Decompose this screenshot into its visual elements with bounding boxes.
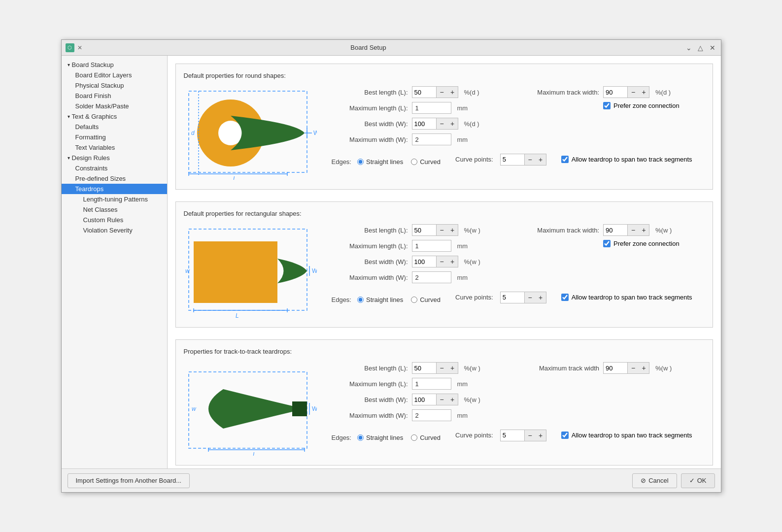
round-curve-input[interactable]	[500, 154, 525, 166]
sidebar-item-board-editor-layers[interactable]: Board Editor Layers	[62, 70, 167, 80]
track-allow-teardrop-checkbox[interactable]	[561, 432, 569, 439]
track-straight-radio[interactable]	[357, 434, 364, 441]
rect-best-width-input[interactable]	[412, 256, 437, 267]
sidebar-item-custom-rules[interactable]: Custom Rules	[62, 215, 167, 225]
rect-best-width-plus[interactable]: +	[447, 256, 458, 267]
round-best-length-plus[interactable]: +	[447, 86, 458, 98]
round-prefer-zone-check-row[interactable]: Prefer zone connection	[603, 102, 680, 109]
sidebar-item-board-finish[interactable]: Board Finish	[62, 91, 167, 101]
rect-best-length-input[interactable]	[412, 224, 437, 236]
round-best-width-spin[interactable]: − +	[412, 118, 458, 130]
rect-curved-radio[interactable]	[411, 297, 417, 303]
round-best-length-input[interactable]	[412, 86, 437, 98]
rect-curve-minus[interactable]: −	[525, 292, 536, 303]
rect-prefer-zone-label: Prefer zone connection	[613, 240, 680, 247]
rect-curved-option[interactable]: Curved	[411, 296, 441, 303]
round-max-track-input[interactable]	[603, 86, 628, 98]
track-best-length-minus[interactable]: −	[437, 362, 447, 374]
round-best-width-input[interactable]	[412, 118, 437, 130]
rect-best-length-spin[interactable]: − +	[412, 224, 458, 236]
sidebar-item-board-stackup[interactable]: ▾ Board Stackup	[62, 60, 167, 70]
rect-curve-input[interactable]	[500, 292, 525, 303]
sidebar-item-length-tuning[interactable]: Length-tuning Patterns	[62, 194, 167, 204]
sidebar-item-teardrops[interactable]: Teardrops	[62, 184, 167, 194]
rect-max-track-plus[interactable]: +	[639, 224, 649, 236]
rect-best-length-minus[interactable]: −	[437, 224, 447, 236]
rect-best-width-minus[interactable]: −	[437, 256, 447, 267]
rect-allow-teardrop-row[interactable]: Allow teardrop to span two track segment…	[561, 294, 692, 301]
track-curve-input[interactable]	[500, 430, 525, 441]
sidebar-item-physical-stackup[interactable]: Physical Stackup	[62, 80, 167, 91]
sidebar-item-constraints[interactable]: Constraints	[62, 163, 167, 173]
rect-straight-radio[interactable]	[357, 297, 364, 303]
rect-max-track-minus[interactable]: −	[628, 224, 639, 236]
import-settings-button[interactable]: Import Settings from Another Board...	[68, 473, 190, 488]
rect-curve-plus[interactable]: +	[536, 292, 546, 303]
rect-best-length-plus[interactable]: +	[447, 224, 458, 236]
track-allow-teardrop-row[interactable]: Allow teardrop to span two track segment…	[561, 432, 692, 439]
rect-max-length-input[interactable]	[412, 240, 451, 252]
round-curved-radio[interactable]	[411, 159, 417, 165]
round-best-width-plus[interactable]: +	[447, 118, 458, 130]
sidebar-item-text-variables[interactable]: Text Variables	[62, 142, 167, 153]
track-max-track-spin[interactable]: − +	[603, 362, 649, 374]
sidebar-item-violation-severity[interactable]: Violation Severity	[62, 225, 167, 235]
track-best-width-spin[interactable]: − +	[412, 394, 458, 405]
round-best-width-minus[interactable]: −	[437, 118, 447, 130]
rect-max-track-input[interactable]	[603, 224, 628, 236]
track-max-track-plus[interactable]: +	[639, 362, 649, 374]
close-button[interactable]: ✕	[708, 43, 717, 52]
track-curved-radio[interactable]	[411, 434, 417, 441]
track-best-width-plus[interactable]: +	[447, 394, 458, 405]
track-curve-minus[interactable]: −	[525, 430, 536, 441]
track-best-width-input[interactable]	[412, 394, 437, 405]
rect-best-width-spin[interactable]: − +	[412, 256, 458, 267]
track-curved-option[interactable]: Curved	[411, 434, 441, 441]
cancel-button[interactable]: ⊘ Cancel	[632, 473, 677, 488]
ok-button[interactable]: ✓ OK	[681, 473, 715, 488]
round-allow-teardrop-checkbox[interactable]	[561, 156, 569, 163]
rect-curve-spin[interactable]: − +	[500, 292, 546, 303]
rect-max-width-input[interactable]	[412, 271, 451, 283]
track-best-length-input[interactable]	[412, 362, 437, 374]
sidebar-item-design-rules[interactable]: ▾ Design Rules	[62, 153, 167, 163]
round-best-length-spin[interactable]: − +	[412, 86, 458, 98]
round-curve-minus[interactable]: −	[525, 154, 536, 166]
track-curve-plus[interactable]: +	[536, 430, 546, 441]
round-max-track-minus[interactable]: −	[628, 86, 639, 98]
sidebar-item-defaults[interactable]: Defaults	[62, 122, 167, 132]
rect-max-track-spin[interactable]: − +	[603, 224, 649, 236]
round-max-track-plus[interactable]: +	[639, 86, 649, 98]
sidebar-item-formatting[interactable]: Formatting	[62, 132, 167, 142]
round-best-length-minus[interactable]: −	[437, 86, 447, 98]
rect-straight-option[interactable]: Straight lines	[357, 296, 403, 303]
round-max-length-input[interactable]	[412, 102, 451, 114]
rect-prefer-zone-check-row[interactable]: Prefer zone connection	[603, 240, 680, 247]
track-best-length-spin[interactable]: − +	[412, 362, 458, 374]
round-curved-option[interactable]: Curved	[411, 158, 441, 166]
sidebar-item-text-graphics[interactable]: ▾ Text & Graphics	[62, 111, 167, 122]
track-curve-spin[interactable]: − +	[500, 430, 546, 441]
sidebar-item-predefined-sizes[interactable]: Pre-defined Sizes	[62, 173, 167, 184]
track-best-width-minus[interactable]: −	[437, 394, 447, 405]
track-best-length-plus[interactable]: +	[447, 362, 458, 374]
round-straight-radio[interactable]	[357, 159, 364, 165]
round-max-track-spin[interactable]: − +	[603, 86, 649, 98]
maximize-button[interactable]: △	[696, 43, 705, 52]
track-max-length-input[interactable]	[412, 378, 451, 390]
track-max-width-input[interactable]	[412, 409, 451, 421]
round-allow-teardrop-row[interactable]: Allow teardrop to span two track segment…	[561, 156, 692, 163]
sidebar-item-net-classes[interactable]: Net Classes	[62, 204, 167, 215]
round-straight-option[interactable]: Straight lines	[357, 158, 403, 166]
round-max-width-input[interactable]	[412, 133, 451, 145]
rect-allow-teardrop-checkbox[interactable]	[561, 294, 569, 301]
minimize-button[interactable]: ⌄	[684, 43, 693, 52]
track-straight-option[interactable]: Straight lines	[357, 434, 403, 441]
sidebar-item-solder-mask[interactable]: Solder Mask/Paste	[62, 101, 167, 111]
round-curve-plus[interactable]: +	[536, 154, 546, 166]
rect-prefer-zone-checkbox[interactable]	[603, 240, 611, 247]
track-max-track-input[interactable]	[603, 362, 628, 374]
round-prefer-zone-checkbox[interactable]	[603, 102, 611, 109]
track-max-track-minus[interactable]: −	[628, 362, 639, 374]
round-curve-spin[interactable]: − +	[500, 154, 546, 166]
